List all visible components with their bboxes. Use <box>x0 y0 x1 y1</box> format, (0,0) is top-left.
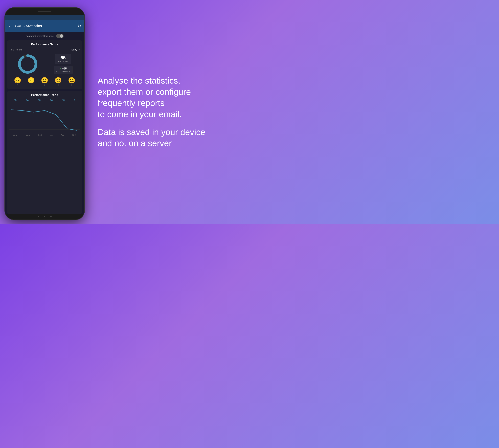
score-main-box: 65 out of 100 <box>55 54 71 64</box>
time-period-label: Time Period <box>9 48 70 51</box>
trend-val-5: 50 <box>62 99 65 101</box>
emoji-item-happy: 😊 2 <box>54 78 62 87</box>
tagline-sub: Data is saved in your device and not on … <box>98 127 240 149</box>
emoji-item-very-happy: 😄 1 <box>68 78 75 87</box>
emoji-count-2: 1 <box>31 84 32 87</box>
trend-val-3: 60 <box>38 99 41 101</box>
emoji-count-3: 1 <box>44 84 45 87</box>
gear-icon[interactable]: ⚙ <box>78 24 81 28</box>
time-period-dropdown[interactable]: Today ▼ <box>70 48 80 51</box>
trend-up-icon: ↗ <box>59 67 61 70</box>
password-protect-row: Password protect this page: <box>5 32 84 40</box>
trend-label-1: Απρ <box>13 134 17 136</box>
tagline-line5: Data is saved in your device <box>98 127 205 137</box>
back-button[interactable]: ← <box>8 23 13 29</box>
emoji-row: 😠 0 😞 1 😐 1 😊 2 <box>9 78 80 87</box>
time-period-value: Today <box>70 48 77 51</box>
tagline-line4: to come in your email. <box>98 109 182 119</box>
emoji-face-4: 😊 <box>54 78 62 83</box>
score-text-block: 65 out of 100 ↗ +65 Since last week <box>54 54 72 74</box>
toggle-knob <box>60 34 63 38</box>
trend-labels: Απρ Μάρ Φεβ Ιαν Δεκ Νοέ <box>9 134 80 136</box>
tagline-line6: and not on a server <box>98 138 172 148</box>
trend-label-3: Φεβ <box>38 134 42 136</box>
app-header: ← SUF - Statistics ⚙ <box>5 20 84 32</box>
performance-score-title: Performance Score <box>9 43 80 46</box>
emoji-face-2: 😞 <box>28 78 35 83</box>
trend-val-2: 64 <box>26 99 29 101</box>
nav-dot-1 <box>38 216 39 217</box>
performance-score-card: Performance Score Time Period Today ▼ <box>7 40 82 89</box>
donut-chart <box>17 53 38 75</box>
change-since: Since last week <box>56 70 70 73</box>
trend-label-5: Δεκ <box>61 134 64 136</box>
emoji-face-5: 😄 <box>68 78 75 83</box>
trend-val-4: 64 <box>50 99 53 101</box>
emoji-count-1: 0 <box>17 84 18 87</box>
emoji-item-neutral: 😐 1 <box>41 78 48 87</box>
trend-label-2: Μάρ <box>26 134 30 136</box>
emoji-face-1: 😠 <box>14 78 21 83</box>
trend-val-6: 0 <box>74 99 75 101</box>
status-bar <box>5 15 84 20</box>
tagline-main: Analyse the statistics, export them or c… <box>98 75 240 120</box>
right-text-panel: Analyse the statistics, export them or c… <box>84 65 250 159</box>
speaker <box>38 11 51 12</box>
nav-dot-3 <box>50 216 52 217</box>
trend-label-4: Ιαν <box>50 134 53 136</box>
password-toggle[interactable] <box>56 34 64 38</box>
trend-val-1: 65 <box>14 99 17 101</box>
performance-trend-card: Performance Trend 65 64 60 64 50 0 <box>7 91 82 214</box>
performance-trend-title: Performance Trend <box>9 93 80 97</box>
score-change-box: ↗ +65 Since last week <box>54 66 72 74</box>
emoji-item-unhappy: 😞 1 <box>28 78 35 87</box>
trend-label-6: Νοέ <box>72 134 76 136</box>
phone-top-bar <box>5 8 84 15</box>
tagline-line2: export them or configure <box>98 87 191 96</box>
phone-bottom-bar <box>5 214 84 220</box>
emoji-count-4: 2 <box>58 84 59 87</box>
change-value: ↗ +65 <box>56 67 70 70</box>
phone-mockup: ← SUF - Statistics ⚙ Password protect th… <box>5 8 84 220</box>
trend-chart <box>9 103 80 133</box>
tagline-line3: frequently reports <box>98 98 165 108</box>
change-number: +65 <box>62 67 67 70</box>
page-title: SUF - Statistics <box>15 24 78 28</box>
nav-dot-2 <box>44 216 45 217</box>
password-label: Password protect this page: <box>26 35 54 37</box>
emoji-face-3: 😐 <box>41 78 48 83</box>
trend-values: 65 64 60 64 50 0 <box>9 99 80 101</box>
score-number: 65 <box>58 55 68 60</box>
score-area: 65 out of 100 ↗ +65 Since last week <box>9 53 80 75</box>
score-out-of: out of 100 <box>58 60 68 63</box>
time-period-row: Time Period Today ▼ <box>9 48 80 51</box>
svg-point-1 <box>19 56 36 72</box>
emoji-item-very-unhappy: 😠 0 <box>14 78 21 87</box>
emoji-count-5: 1 <box>71 84 72 87</box>
tagline-line1: Analyse the statistics, <box>98 76 180 85</box>
dropdown-arrow-icon: ▼ <box>78 48 80 51</box>
